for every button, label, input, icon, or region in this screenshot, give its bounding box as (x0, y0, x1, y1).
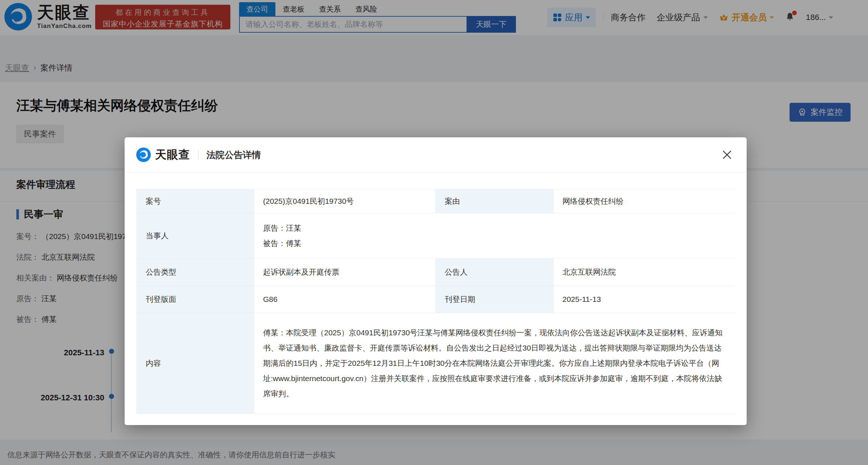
close-icon[interactable] (721, 149, 733, 161)
content-value: 傅某：本院受理（2025）京0491民初19730号汪某与傅某网络侵权责任纠纷一… (254, 313, 735, 414)
page-value: G86 (254, 286, 435, 313)
case-no-value: (2025)京0491民初19730号 (254, 189, 435, 213)
publish-date-label: 刊登日期 (435, 286, 554, 313)
publish-date-value: 2025-11-13 (554, 286, 735, 313)
content-label: 内容 (136, 313, 254, 414)
court-announcement-modal: 天眼查 法院公告详情 案号 (2025)京0491民初19730号 案由 网络侵… (125, 137, 747, 425)
notice-type-label: 公告类型 (136, 259, 254, 286)
cause-value: 网络侵权责任纠纷 (554, 189, 735, 213)
notice-type-value: 起诉状副本及开庭传票 (254, 259, 435, 286)
modal-title: 法院公告详情 (206, 149, 261, 161)
announcement-table: 案号 (2025)京0491民初19730号 案由 网络侵权责任纠纷 当事人 原… (136, 189, 735, 414)
parties-label: 当事人 (136, 213, 254, 259)
table-row: 案号 (2025)京0491民初19730号 案由 网络侵权责任纠纷 (136, 189, 735, 213)
modal-header-divider (125, 172, 747, 173)
plaintiff-line: 原告：汪某 (263, 221, 726, 236)
tianyancha-logo-icon (136, 147, 151, 162)
page-label: 刊登版面 (136, 286, 254, 313)
modal-brand: 天眼查 (155, 147, 190, 162)
modal-header: 天眼查 法院公告详情 (125, 137, 747, 172)
announcer-value: 北京互联网法院 (554, 259, 735, 286)
table-row: 公告类型 起诉状副本及开庭传票 公告人 北京互联网法院 (136, 259, 735, 286)
announcer-label: 公告人 (435, 259, 554, 286)
parties-value: 原告：汪某 被告：傅某 (254, 213, 735, 259)
table-row: 内容 傅某：本院受理（2025）京0491民初19730号汪某与傅某网络侵权责任… (136, 313, 735, 414)
cause-label: 案由 (435, 189, 554, 213)
table-row: 刊登版面 G86 刊登日期 2025-11-13 (136, 286, 735, 313)
defendant-line: 被告：傅某 (263, 236, 726, 251)
case-no-label: 案号 (136, 189, 254, 213)
table-row: 当事人 原告：汪某 被告：傅某 (136, 213, 735, 259)
modal-brand-divider (198, 150, 198, 160)
